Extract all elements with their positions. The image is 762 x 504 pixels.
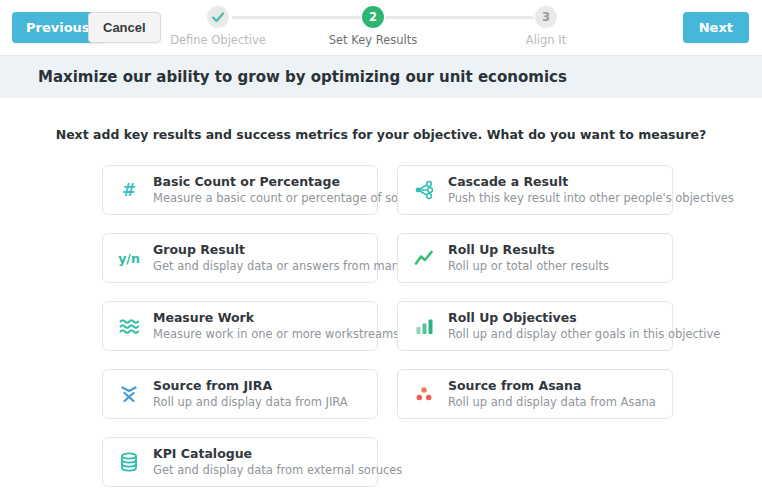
objective-banner: Maximize our ability to grow by optimizi… xyxy=(0,55,762,98)
card-kpi-catalogue[interactable]: KPI Catalogue Get and display data from … xyxy=(102,437,378,487)
card-title: Roll Up Objectives xyxy=(448,310,662,326)
card-group-result[interactable]: y/n Group Result Get and display data or… xyxy=(102,233,378,283)
yes-no-icon: y/n xyxy=(117,246,141,270)
wizard-page: Previous Cancel Next Define Objective 2 … xyxy=(0,0,762,504)
kpi-catalogue-icon xyxy=(117,450,141,474)
check-icon xyxy=(209,8,227,26)
card-source-from-asana[interactable]: Source from Asana Roll up and display da… xyxy=(397,369,673,419)
card-description: Roll up and display data from JIRA xyxy=(153,395,348,410)
asana-icon xyxy=(412,382,436,406)
card-title: Roll Up Results xyxy=(448,242,609,258)
bar-chart-icon xyxy=(412,314,436,338)
card-description: Get and display data or answers from man… xyxy=(153,259,367,274)
hash-icon: # xyxy=(117,178,141,202)
card-cascade-a-result[interactable]: Cascade a Result Push this key result in… xyxy=(397,165,673,215)
card-description: Push this key result into other people's… xyxy=(448,191,662,206)
stepper-step-set-key-results[interactable]: 2 Set Key Results xyxy=(298,6,448,47)
jira-icon xyxy=(117,382,141,406)
card-source-from-jira[interactable]: Source from JIRA Roll up and display dat… xyxy=(102,369,378,419)
card-measure-work[interactable]: Measure Work Measure work in one or more… xyxy=(102,301,378,351)
instruction-text: Next add key results and success metrics… xyxy=(0,127,762,142)
card-roll-up-results[interactable]: Roll Up Results Roll up or total other r… xyxy=(397,233,673,283)
cascade-icon xyxy=(412,178,436,202)
card-basic-count-or-percentage[interactable]: # Basic Count or Percentage Measure a ba… xyxy=(102,165,378,215)
next-button[interactable]: Next xyxy=(683,12,749,43)
step-completed-indicator xyxy=(207,6,229,28)
waves-icon xyxy=(117,314,141,338)
stepper-step-align-it[interactable]: 3 Align It xyxy=(471,6,621,47)
card-title: KPI Catalogue xyxy=(153,446,367,462)
card-description: Roll up and display other goals in this … xyxy=(448,327,662,342)
stepper-step-define-objective[interactable]: Define Objective xyxy=(143,6,293,47)
step-number-badge: 2 xyxy=(362,6,384,28)
card-description: Measure a basic count or percentage of s… xyxy=(153,191,367,206)
card-roll-up-objectives[interactable]: Roll Up Objectives Roll up and display o… xyxy=(397,301,673,351)
card-description: Roll up or total other results xyxy=(448,259,609,274)
card-title: Source from Asana xyxy=(448,378,656,394)
step-label: Align It xyxy=(471,33,621,47)
card-description: Roll up and display data from Asana xyxy=(448,395,656,410)
card-title: Measure Work xyxy=(153,310,367,326)
card-title: Cascade a Result xyxy=(448,174,662,190)
line-chart-icon xyxy=(412,246,436,270)
card-title: Group Result xyxy=(153,242,367,258)
card-title: Basic Count or Percentage xyxy=(153,174,367,190)
key-result-type-grid: # Basic Count or Percentage Measure a ba… xyxy=(102,165,674,487)
objective-title: Maximize our ability to grow by optimizi… xyxy=(38,68,567,86)
step-label: Set Key Results xyxy=(298,33,448,47)
step-label: Define Objective xyxy=(143,33,293,47)
card-title: Source from JIRA xyxy=(153,378,348,394)
step-number-badge: 3 xyxy=(535,6,557,28)
card-description: Measure work in one or more workstreams xyxy=(153,327,367,342)
card-description: Get and display data from external soruc… xyxy=(153,463,367,478)
